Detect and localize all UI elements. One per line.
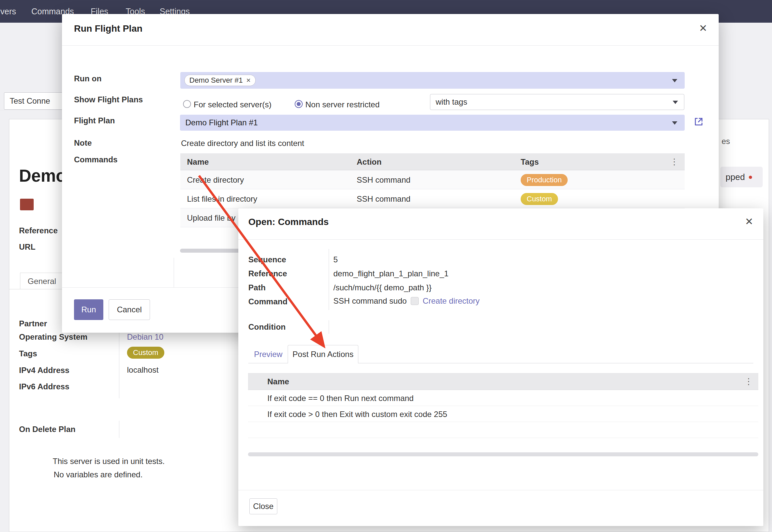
col-header-name[interactable]: Name [187,157,209,167]
open-commands-modal: Open: Commands ✕ Sequence Reference Path… [238,208,763,526]
col-header-action[interactable]: Action [357,157,382,167]
create-directory-link[interactable]: Create directory [423,296,480,306]
kebab-menu-icon[interactable]: ⋮ [744,377,753,386]
unit-tests-note: This server is used in unit tests. [53,457,165,466]
chevron-down-icon[interactable] [673,101,678,104]
reference-label: Reference [248,269,287,278]
command-checkbox[interactable] [411,297,419,305]
row-action: SSH command [357,175,410,185]
status-label-partial: pped [726,172,745,182]
tab-preview[interactable]: Preview [254,350,282,359]
modal-header-divider [62,45,719,46]
table-row[interactable]: List files in directory SSH command Cust… [180,189,685,208]
commands-label: Commands [74,155,118,164]
tag-remove-icon[interactable]: ✕ [246,77,251,84]
tab-post-run-actions-label: Post Run Actions [293,350,354,359]
chevron-down-icon[interactable] [672,79,677,82]
tags-badge[interactable]: Custom [127,347,164,359]
condition-label: Condition [248,322,286,332]
modal-title: Open: Commands [248,217,329,227]
table-header-row: Name Action Tags ⋮ [180,153,685,170]
modal-header-divider [238,239,763,240]
cancel-button[interactable]: Cancel [109,299,150,320]
cancel-button-label: Cancel [117,305,142,314]
server-tag-label: Demo Server #1 [189,76,243,85]
radio-non-server-restricted-label[interactable]: Non server restricted [305,100,380,109]
table-row[interactable]: If exit code == 0 then Run next command [248,390,758,406]
field-label-partner: Partner [19,319,47,328]
row-action: SSH command [357,194,410,204]
with-tags-select[interactable]: with tags [430,94,684,110]
row-tag-badge: Custom [521,193,558,205]
field-label-reference: Reference [19,226,58,235]
close-icon[interactable]: ✕ [699,23,707,33]
table-row-empty [248,422,758,438]
modal-footer-divider [238,490,763,490]
chevron-down-icon[interactable] [672,121,677,125]
field-separator-line-2 [329,320,329,334]
run-on-input[interactable]: Demo Server #1 ✕ [180,72,685,89]
reference-value: demo_flight_plan_1_plan_line_1 [333,269,449,278]
close-icon[interactable]: ✕ [745,217,753,227]
external-link-icon[interactable] [693,116,704,127]
run-on-label: Run on [74,74,102,83]
table-row[interactable]: Create directory SSH command Production [180,170,685,189]
run-button-label: Run [81,305,96,314]
kebab-menu-icon[interactable]: ⋮ [670,157,679,166]
col-header-name[interactable]: Name [267,377,289,386]
show-flight-plans-label: Show Flight Plans [74,95,143,104]
radio-for-selected-servers-label[interactable]: For selected server(s) [194,100,271,109]
row-tag-badge: Production [521,174,568,186]
close-button-label: Close [253,502,273,511]
notebook-edge-line [174,258,174,288]
tab-post-run-actions[interactable]: Post Run Actions [288,345,358,363]
horizontal-scrollbar[interactable] [248,452,758,456]
command-label: Command [248,297,287,306]
with-tags-value: with tags [436,97,467,107]
test-connection-button[interactable]: Test Conne [4,92,71,110]
menu-item-servers[interactable]: vers [0,0,16,23]
run-button[interactable]: Run [74,299,103,320]
sequence-label: Sequence [248,255,286,264]
table-header-row: Name ⋮ [248,373,758,390]
server-tag[interactable]: Demo Server #1 ✕ [184,75,256,86]
post-run-actions-table: Name ⋮ If exit code == 0 then Run next c… [248,373,758,438]
field-label-tags: Tags [19,349,37,358]
field-separator-line-2 [119,421,119,438]
flight-plan-value: Demo Flight Plan #1 [185,118,258,127]
field-label-ipv6: IPv6 Address [19,382,69,391]
path-label: Path [248,283,266,292]
note-label: Note [74,138,92,148]
flight-plan-description: Create directory and list its content [181,139,304,148]
modal-title: Run Flight Plan [74,23,142,34]
sequence-value: 5 [333,255,338,264]
ipv4-value: localhost [127,365,159,375]
table-row[interactable]: If exit code > 0 then Exit with custom e… [248,406,758,422]
color-swatch[interactable] [20,199,34,210]
field-label-ipv4: IPv4 Address [19,366,69,375]
radio-non-server-restricted[interactable] [295,100,303,108]
operating-system-value[interactable]: Debian 10 [127,332,163,342]
flight-plan-label: Flight Plan [74,116,115,125]
row-name: If exit code == 0 then Run next command [267,394,414,403]
page-title: Demo [19,166,66,186]
command-value: SSH command sudo [333,296,407,306]
row-name: Create directory [187,175,244,185]
command-value-row: SSH command sudo Create directory [333,296,480,306]
status-badge: pped ● [720,167,763,187]
test-connection-label: Test Conne [10,96,50,106]
tab-general-label: General [28,277,56,286]
close-button[interactable]: Close [249,498,277,514]
col-header-tags[interactable]: Tags [521,157,539,167]
field-label-url: URL [19,242,35,252]
flight-plan-select[interactable]: Demo Flight Plan #1 [180,115,685,131]
radio-for-selected-servers[interactable] [183,100,191,108]
screen: vers Commands Files Tools Settings Test … [0,0,772,532]
no-variables-note: No variables are defined. [54,470,143,479]
row-name: List files in directory [187,194,257,204]
path-value: /such/much/{{ demo_path }} [333,283,432,292]
row-name: If exit code > 0 then Exit with custom e… [267,410,447,419]
field-label-on-delete-plan: On Delete Plan [19,425,75,434]
field-label-operating-system: Operating System [19,332,87,342]
field-separator-line [329,249,329,310]
